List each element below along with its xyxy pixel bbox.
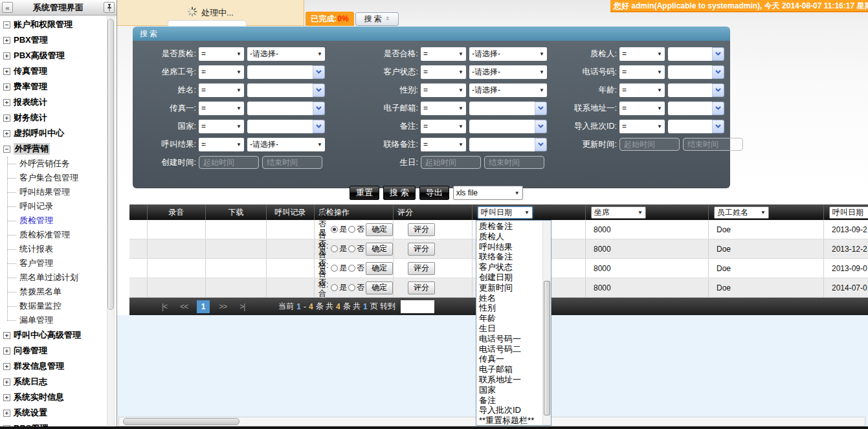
dropdown-option[interactable]: 电话号码一 [477, 334, 542, 344]
tree-expand-icon[interactable] [3, 130, 10, 137]
collapse-left-icon[interactable]: « [2, 2, 13, 13]
radio-yes[interactable] [331, 284, 338, 291]
combo-input[interactable] [668, 120, 712, 133]
sidebar-item-system-realtime[interactable]: 系统实时信息 [0, 390, 107, 405]
confirm-button[interactable]: 确定 [366, 243, 393, 256]
dropdown-option[interactable]: 电子邮箱 [477, 364, 542, 375]
operator-select[interactable]: =▼ [421, 102, 466, 115]
combo-input[interactable] [247, 65, 313, 79]
search-collapse-button[interactable]: 搜 索 ⌃⌃ [355, 12, 399, 26]
combo-dropdown-button[interactable] [535, 102, 547, 115]
value-combobox[interactable] [668, 47, 724, 61]
search-panel-header[interactable]: 搜 索 [133, 27, 730, 41]
start-time-input[interactable] [619, 138, 680, 151]
sidebar-scrollbar[interactable] [107, 16, 115, 426]
start-time-input[interactable] [421, 156, 481, 169]
tree-expand-icon[interactable] [3, 347, 10, 355]
combo-input[interactable] [469, 138, 535, 151]
end-time-input[interactable] [484, 156, 544, 169]
sidebar-item-customer-mgmt[interactable]: 客户管理 [0, 256, 107, 270]
export-format-select[interactable]: xls file▼ [453, 186, 523, 200]
combo-input[interactable] [668, 47, 712, 61]
operator-select[interactable]: =▼ [421, 47, 466, 61]
dropdown-option[interactable]: 姓名 [477, 293, 542, 303]
tree-expand-icon[interactable] [3, 99, 10, 106]
dropdown-option[interactable]: 联系地址一 [477, 375, 542, 385]
combo-input[interactable] [247, 83, 313, 97]
operator-select[interactable]: =▼ [199, 65, 244, 79]
confirm-button[interactable]: 确定 [366, 262, 393, 275]
operator-select[interactable]: =▼ [619, 120, 665, 133]
operator-select[interactable]: =▼ [421, 138, 466, 151]
sidebar-item-accounts[interactable]: 账户和权限管理 [0, 17, 107, 32]
radio-no[interactable] [348, 284, 355, 291]
combo-dropdown-button[interactable] [313, 83, 325, 97]
dropdown-option[interactable]: 电话号码二 [477, 344, 542, 355]
next-page-button[interactable]: >> [219, 302, 227, 311]
value-combobox[interactable] [469, 138, 547, 151]
dropdown-option[interactable]: 传真一 [477, 354, 542, 364]
sidebar-item-blacklist-filter[interactable]: 黑名单过滤计划 [0, 270, 107, 285]
tree-expand-icon[interactable] [3, 379, 10, 386]
dropdown-option[interactable]: 备注 [477, 395, 542, 406]
sidebar-item-missed-order[interactable]: 漏单管理 [0, 313, 107, 327]
radio-yes[interactable] [331, 226, 338, 233]
tree-expand-icon[interactable] [3, 115, 10, 122]
value-select[interactable]: -请选择-▼ [469, 65, 547, 79]
value-combobox[interactable] [469, 120, 547, 133]
sidebar-item-outbound-tasks[interactable]: 外呼营销任务 [0, 157, 107, 171]
dropdown-option[interactable]: 质检人 [477, 232, 542, 242]
column-select-call-date[interactable]: 呼叫日期▼ [478, 206, 533, 219]
operator-select[interactable]: =▼ [199, 83, 244, 97]
sidebar-item-qc-standard[interactable]: 质检标准管理 [0, 228, 107, 242]
tree-expand-icon[interactable] [3, 394, 10, 401]
operator-select[interactable]: =▼ [619, 47, 665, 61]
score-button[interactable]: 评分 [408, 243, 435, 256]
dropdown-option[interactable]: 创建日期 [477, 272, 542, 283]
value-combobox[interactable] [668, 83, 724, 97]
value-combobox[interactable] [247, 65, 325, 79]
tree-expand-icon[interactable] [3, 68, 10, 75]
radio-yes[interactable] [331, 265, 338, 272]
sidebar-item-call-result-mgmt[interactable]: 呼叫结果管理 [0, 185, 107, 199]
value-combobox[interactable] [668, 120, 724, 133]
score-button[interactable]: 评分 [408, 262, 435, 275]
sidebar-item-mass-message[interactable]: 群发信息管理 [0, 358, 107, 374]
operator-select[interactable]: =▼ [619, 102, 665, 115]
operator-select[interactable]: =▼ [421, 83, 466, 97]
operator-select[interactable]: =▼ [619, 65, 665, 79]
radio-no[interactable] [348, 265, 355, 272]
dropdown-option[interactable]: 导入批次ID [477, 405, 542, 415]
radio-yes[interactable] [331, 245, 338, 252]
export-button[interactable]: 导出 [419, 186, 449, 200]
dropdown-option[interactable]: 更新时间 [477, 283, 542, 293]
goto-page-input[interactable] [401, 300, 434, 313]
search-button[interactable]: 搜 索 [383, 186, 416, 200]
dropdown-option[interactable]: 性别 [477, 303, 542, 313]
tree-expand-icon[interactable] [3, 332, 10, 339]
sidebar-item-data-monitor[interactable]: 数据量监控 [0, 299, 107, 313]
reset-button[interactable]: 重置 [350, 186, 379, 200]
column-select-call-date-2[interactable]: 呼叫日期▼ [829, 206, 868, 219]
sidebar-item-outbound-marketing[interactable]: 外呼营销 [0, 141, 107, 157]
tree-collapse-icon[interactable] [3, 21, 10, 28]
sidebar-item-call-records[interactable]: 呼叫记录 [0, 199, 107, 214]
dropdown-option[interactable]: 呼叫结果 [477, 242, 542, 252]
combo-input[interactable] [668, 65, 712, 79]
prev-page-button[interactable]: << [180, 302, 188, 311]
value-combobox[interactable] [668, 102, 724, 115]
combo-dropdown-button[interactable] [313, 102, 325, 115]
start-time-input[interactable] [199, 156, 259, 169]
combo-dropdown-button[interactable] [712, 120, 724, 133]
sidebar-item-pbx[interactable]: PBX管理 [0, 32, 107, 48]
value-select[interactable]: -请选择-▼ [469, 47, 547, 61]
confirm-button[interactable]: 确定 [366, 223, 393, 236]
value-combobox[interactable] [469, 102, 547, 115]
sidebar-item-rate[interactable]: 费率管理 [0, 79, 107, 94]
sidebar-item-system-log[interactable]: 系统日志 [0, 374, 107, 390]
confirm-button[interactable]: 确定 [366, 281, 393, 294]
combo-input[interactable] [247, 102, 313, 115]
combo-dropdown-button[interactable] [313, 65, 325, 79]
operator-select[interactable]: =▼ [421, 120, 466, 133]
radio-no[interactable] [348, 226, 355, 233]
